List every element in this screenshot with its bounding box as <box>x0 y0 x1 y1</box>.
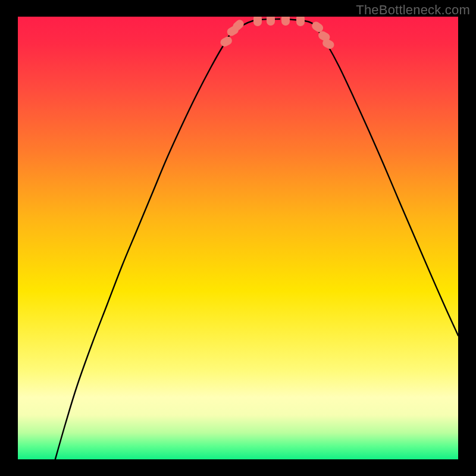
series-left-curve <box>54 19 280 459</box>
chart-frame: TheBottleneck.com <box>0 0 476 476</box>
trough-marker-4 <box>267 17 275 26</box>
watermark-text: TheBottleneck.com <box>356 2 470 18</box>
curve-overlay <box>18 17 458 459</box>
plot-area <box>18 17 458 459</box>
trough-marker-6 <box>296 17 305 26</box>
trough-marker-3 <box>253 17 262 26</box>
series-right-curve <box>286 19 458 336</box>
trough-marker-0 <box>219 35 233 48</box>
trough-marker-5 <box>281 17 290 26</box>
